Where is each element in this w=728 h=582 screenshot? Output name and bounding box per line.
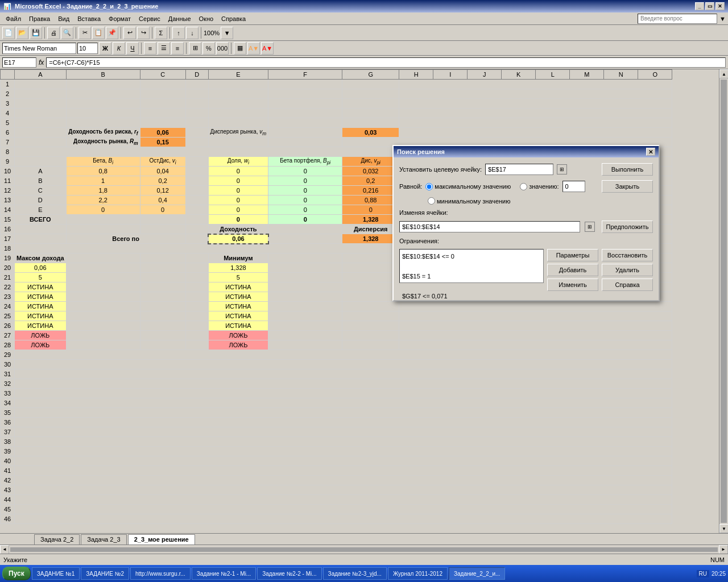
h-scroll-thumb[interactable] — [10, 547, 718, 552]
paste-button[interactable]: 📌 — [106, 27, 118, 39]
cell-reference-box[interactable]: E17 — [2, 57, 36, 68]
cell-E10[interactable]: 0 — [208, 167, 268, 176]
minimize-button[interactable]: _ — [695, 2, 704, 10]
cell-G1[interactable] — [342, 80, 399, 89]
cell-C22[interactable] — [140, 282, 185, 292]
cell-H24[interactable] — [399, 302, 672, 311]
cell-C11[interactable]: 0,2 — [140, 176, 185, 186]
cell-C24[interactable] — [140, 302, 185, 311]
cell-D6[interactable] — [185, 128, 208, 138]
delete-button[interactable]: Удалить — [602, 264, 653, 276]
cell-E26[interactable]: ИСТИНА — [208, 321, 268, 331]
cell-B4[interactable] — [66, 109, 140, 118]
cell-D1[interactable] — [185, 80, 208, 89]
collapse-icon-2[interactable]: ⊞ — [585, 222, 595, 232]
cell-D20[interactable] — [185, 263, 208, 273]
align-left-button[interactable]: ≡ — [144, 42, 156, 55]
cell-G23[interactable] — [342, 292, 399, 302]
cell-E7[interactable] — [208, 138, 268, 147]
horizontal-scrollbar[interactable]: ◄ ► — [0, 544, 728, 554]
cell-G22[interactable] — [342, 282, 399, 292]
cell-A6[interactable] — [15, 128, 67, 138]
cell-G17[interactable]: 1,328 — [342, 234, 399, 244]
change-button[interactable]: Изменить — [547, 278, 598, 291]
cell-E3[interactable] — [208, 99, 268, 109]
cell-F11[interactable]: 0 — [268, 176, 342, 186]
cell-C10[interactable]: 0,04 — [140, 167, 185, 176]
cell-E13[interactable]: 0 — [208, 196, 268, 205]
cell-E9[interactable]: Доля, wi — [208, 157, 268, 167]
cell-G24[interactable] — [342, 302, 399, 311]
menu-file[interactable]: Файл — [2, 14, 24, 23]
col-header-M[interactable]: M — [570, 70, 604, 80]
cell-E4[interactable] — [208, 109, 268, 118]
search-icon[interactable]: ▼ — [719, 15, 726, 22]
cell-H2[interactable] — [399, 89, 672, 99]
cell-A24[interactable]: ИСТИНА — [15, 302, 67, 311]
cell-F10[interactable]: 0 — [268, 167, 342, 176]
dialog-title-bar[interactable]: Поиск решения ✕ — [394, 146, 659, 157]
cell-B15[interactable] — [66, 215, 140, 225]
cell-A2[interactable] — [15, 89, 67, 99]
cell-A17[interactable] — [15, 234, 67, 244]
cell-A22[interactable]: ИСТИНА — [15, 282, 67, 292]
cell-H6[interactable] — [399, 128, 672, 138]
cell-B7[interactable]: Доходность рынка, Rm — [66, 138, 140, 147]
cell-B11[interactable]: 1 — [66, 176, 140, 186]
font-size-input[interactable] — [77, 43, 98, 54]
cell-C20[interactable] — [140, 263, 185, 273]
cell-F21[interactable] — [268, 273, 342, 282]
cell-B25[interactable] — [66, 311, 140, 321]
cell-E24[interactable]: ИСТИНА — [208, 302, 268, 311]
cell-H27[interactable] — [399, 331, 672, 340]
restore-button[interactable]: ▭ — [705, 2, 714, 10]
cell-G11[interactable]: 0,2 — [342, 176, 399, 186]
cell-E14[interactable]: 0 — [208, 205, 268, 215]
align-right-button[interactable]: ≡ — [171, 42, 184, 55]
cell-A25[interactable]: ИСТИНА — [15, 311, 67, 321]
tab-moe-reshenie[interactable]: 2_3_мое решение — [128, 534, 195, 544]
menu-tools[interactable]: Сервис — [135, 14, 164, 23]
cell-B14[interactable]: 0 — [66, 205, 140, 215]
cell-D15[interactable] — [185, 215, 208, 225]
cell-H3[interactable] — [399, 99, 672, 109]
col-header-E[interactable]: E — [208, 70, 268, 80]
scroll-thumb[interactable] — [721, 80, 727, 523]
cell-D12[interactable] — [185, 186, 208, 196]
cell-E5[interactable] — [208, 118, 268, 128]
cell-B24[interactable] — [66, 302, 140, 311]
fill-color-button[interactable]: A▼ — [247, 42, 260, 55]
autosum-button[interactable]: Σ — [155, 27, 167, 39]
cell-F25[interactable] — [268, 311, 342, 321]
cell-E1[interactable] — [208, 80, 268, 89]
cell-D7[interactable] — [185, 138, 208, 147]
cell-E15[interactable]: 0 — [208, 215, 268, 225]
cell-A26[interactable]: ИСТИНА — [15, 321, 67, 331]
cell-B28[interactable] — [66, 340, 140, 350]
cell-C15[interactable] — [140, 215, 185, 225]
cell-A14[interactable]: E — [15, 205, 67, 215]
menu-edit[interactable]: Правка — [26, 14, 53, 23]
comma-button[interactable]: 000 — [216, 42, 229, 55]
cell-B16[interactable] — [66, 225, 140, 234]
scroll-down-button[interactable]: ▼ — [719, 524, 728, 533]
zoom-dropdown[interactable]: ▼ — [221, 27, 233, 39]
new-button[interactable]: 📄 — [2, 27, 15, 39]
cell-G19[interactable] — [342, 253, 399, 263]
cell-C6[interactable]: 0,06 — [140, 128, 185, 138]
formula-input[interactable]: =C6+(C7-C6)*F15 — [46, 57, 726, 68]
cell-E2[interactable] — [208, 89, 268, 99]
cell-C25[interactable] — [140, 311, 185, 321]
cell-F9[interactable]: Бета портфеля, Bpi — [268, 157, 342, 167]
cell-D2[interactable] — [185, 89, 208, 99]
cell-A5[interactable] — [15, 118, 67, 128]
cell-F28[interactable] — [268, 340, 342, 350]
cut-button[interactable]: ✂ — [78, 27, 91, 39]
merge-button[interactable]: ⊞ — [189, 42, 201, 55]
scroll-up-button[interactable]: ▲ — [719, 69, 728, 78]
restore-button[interactable]: Восстановить — [602, 249, 653, 261]
cell-G20[interactable] — [342, 263, 399, 273]
save-button[interactable]: 💾 — [30, 27, 42, 39]
min-radio[interactable] — [428, 197, 435, 205]
cell-F2[interactable] — [268, 89, 342, 99]
